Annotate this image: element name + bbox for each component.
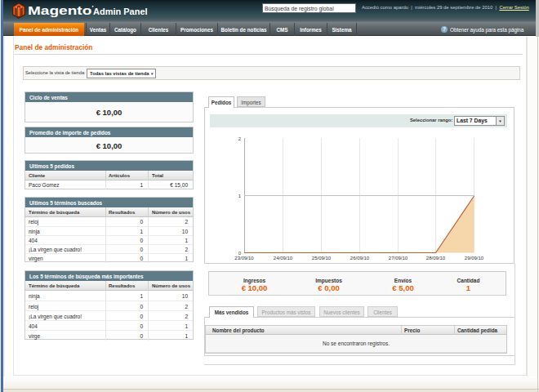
svg-text:23/09/10: 23/09/10: [234, 256, 254, 261]
svg-text:27/09/10: 27/09/10: [389, 256, 408, 261]
svg-text:26/09/10: 26/09/10: [350, 256, 370, 261]
svg-text:29/09/10: 29/09/10: [465, 256, 484, 261]
svg-text:28/09/10: 28/09/10: [426, 256, 446, 261]
svg-text:24/09/10: 24/09/10: [274, 256, 293, 261]
svg-text:?: ?: [443, 26, 446, 32]
svg-text:2: 2: [238, 136, 242, 141]
svg-text:1: 1: [238, 194, 242, 198]
svg-text:25/09/10: 25/09/10: [312, 256, 332, 261]
